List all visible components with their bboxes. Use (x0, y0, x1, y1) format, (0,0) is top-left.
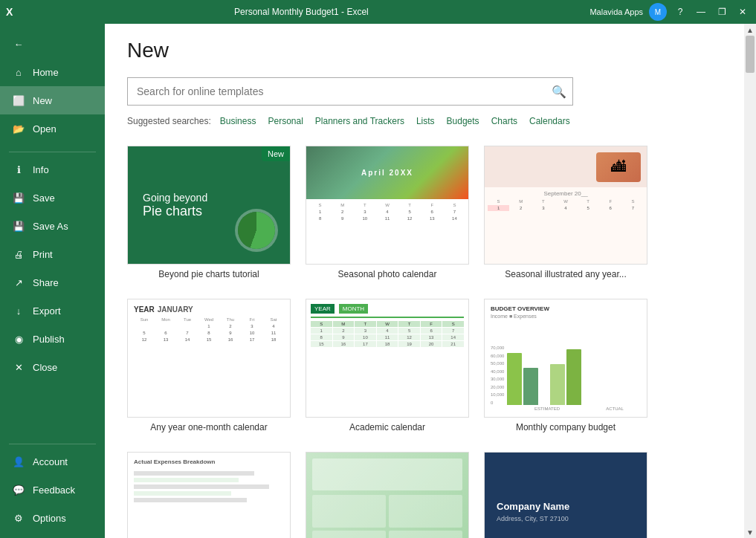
template-company[interactable]: Company Name Address, City, ST 27100 (484, 452, 647, 538)
template-thumb-budget: BUDGET OVERVIEW Income ■ Expenses 70,000… (484, 299, 647, 418)
template-academic[interactable]: YEAR MONTH S M T W T F S (306, 299, 469, 437)
scroll-thumb[interactable] (746, 36, 755, 73)
scroll-down-arrow[interactable]: ▼ (744, 526, 756, 538)
sidebar-item-new[interactable]: ⬜ New (0, 86, 105, 114)
template-thumb-any: YEAR JANUARY Sun Mon Tue Wed Thu Fri Sat (127, 299, 291, 418)
cal-cell: M (332, 202, 353, 208)
sidebar-item-account[interactable]: 👤 Account (0, 447, 105, 476)
cal-cell: 4 (377, 328, 398, 334)
sidebar-label-new: New (33, 95, 52, 106)
sidebar-item-home[interactable]: ⌂ Home (0, 58, 105, 86)
brand-label: Malavida Apps (589, 7, 643, 16)
exp-row (134, 491, 231, 496)
budget-subtitle: Income ■ Expenses (491, 314, 641, 319)
cal-cell (134, 323, 155, 329)
template-seasonal-illus[interactable]: 🏙 September 20__ S M T W T (484, 146, 647, 284)
cal-cell: 12 (398, 334, 420, 340)
sidebar-mid: ℹ Info 💾 Save 💾 Save As 🖨 Print ↗ Share … (0, 155, 105, 441)
minimize-button[interactable]: — (694, 4, 708, 19)
tag-charts[interactable]: Charts (488, 114, 520, 128)
help-button[interactable]: ? (673, 4, 688, 19)
sidebar-label-home: Home (33, 67, 59, 78)
sidebar-back[interactable]: ← (0, 30, 105, 58)
sidebar-item-close[interactable]: ✕ Close (0, 353, 105, 381)
cal-cell: 5 (578, 205, 599, 211)
tag-lists[interactable]: Lists (413, 114, 438, 128)
template-pie-charts[interactable]: Going beyond Pie charts New Beyond pie c… (127, 146, 291, 284)
sidebar-label-options: Options (33, 513, 66, 524)
sidebar-item-print[interactable]: 🖨 Print (0, 240, 105, 268)
sidebar-label-save: Save (33, 192, 55, 204)
page-title: New (127, 39, 722, 62)
cal-cell: 10 (354, 215, 375, 221)
close-icon: ✕ (12, 360, 25, 374)
search-input[interactable] (128, 80, 546, 103)
sidebar-item-export[interactable]: ↓ Export (0, 296, 105, 325)
cal-cell: W (555, 198, 576, 204)
template-seasonal-photo[interactable]: April 20XX S M T W T F S (306, 146, 469, 284)
template-budget[interactable]: BUDGET OVERVIEW Income ■ Expenses 70,000… (484, 299, 647, 437)
sidebar: ← ⌂ Home ⬜ New 📂 Open ℹ Info 💾 (0, 24, 105, 538)
cal-cell: S (622, 198, 644, 204)
tag-calendars[interactable]: Calendars (526, 114, 573, 128)
cal-cell: 9 (332, 215, 353, 221)
scroll-up-arrow[interactable]: ▲ (744, 24, 756, 36)
sidebar-bottom: 👤 Account 💬 Feedback ⚙ Options (0, 447, 105, 538)
suggested-label: Suggested searches: (127, 116, 211, 126)
template-green[interactable] (306, 452, 469, 538)
cal-cell: Thu (220, 317, 241, 323)
bar-2b (566, 349, 581, 405)
scroll-track[interactable] (744, 36, 756, 526)
cal-cell: 2 (333, 328, 355, 334)
cal-cell: 3 (355, 328, 376, 334)
sidebar-item-open[interactable]: 📂 Open (0, 114, 105, 143)
cal-cell: 14 (444, 215, 465, 221)
scrollbar[interactable]: ▲ ▼ (744, 24, 756, 538)
sidebar-item-feedback[interactable]: 💬 Feedback (0, 476, 105, 504)
green-cell (389, 531, 462, 538)
cal-cell: 11 (377, 334, 398, 340)
cal-cell: 7 (444, 209, 465, 215)
exp-rows (134, 471, 284, 502)
cal-cell: S (309, 202, 331, 208)
cal-cell: F (600, 198, 621, 204)
sidebar-item-info[interactable]: ℹ Info (0, 155, 105, 184)
search-button[interactable]: 🔍 (546, 78, 572, 105)
cal-cell: 4 (376, 209, 398, 215)
any-cal-header: YEAR JANUARY (134, 305, 284, 314)
bar-group-1 (507, 353, 538, 405)
cal-cell: T (398, 321, 420, 327)
close-button[interactable]: ✕ (735, 4, 750, 19)
cal-cell: 6 (421, 328, 442, 334)
template-any-cal[interactable]: YEAR JANUARY Sun Mon Tue Wed Thu Fri Sat (127, 299, 291, 437)
academic-bg: YEAR MONTH S M T W T F S (306, 299, 468, 417)
y-label: 70,000 (491, 346, 504, 350)
tag-business[interactable]: Business (217, 114, 259, 128)
y-label: 40,000 (491, 369, 504, 374)
cal-cell: 10 (355, 334, 376, 340)
sidebar-item-save[interactable]: 💾 Save (0, 184, 105, 212)
cal-cell: 14 (177, 337, 198, 343)
cal-cell: 5 (398, 328, 420, 334)
green-bg (306, 453, 468, 538)
cal-cell: 8 (311, 334, 332, 340)
cal-cell: Sun (134, 317, 155, 323)
cal-cell: 20 (421, 341, 442, 347)
tag-planners[interactable]: Planners and Trackers (312, 114, 407, 128)
sidebar-label-open: Open (33, 123, 56, 134)
green-cell (389, 495, 462, 528)
y-label: 0 (491, 401, 504, 405)
maximize-button[interactable]: ❐ (714, 4, 729, 19)
suggested-searches: Suggested searches: Business Personal Pl… (127, 114, 722, 128)
cal-cell: S (488, 198, 509, 204)
template-expenses[interactable]: Actual Expenses Breakdown (127, 452, 291, 538)
sidebar-item-publish[interactable]: ◉ Publish (0, 325, 105, 353)
sidebar-item-share[interactable]: ↗ Share (0, 268, 105, 296)
tag-personal[interactable]: Personal (265, 114, 306, 128)
sidebar-item-save-as[interactable]: 💾 Save As (0, 212, 105, 240)
cal-cell: 19 (398, 341, 420, 347)
cal-grid-photo: S M T W T F S 1 2 3 (309, 202, 465, 221)
tag-budgets[interactable]: Budgets (444, 114, 482, 128)
cal-cell: 4 (555, 205, 576, 211)
sidebar-item-options[interactable]: ⚙ Options (0, 504, 105, 532)
